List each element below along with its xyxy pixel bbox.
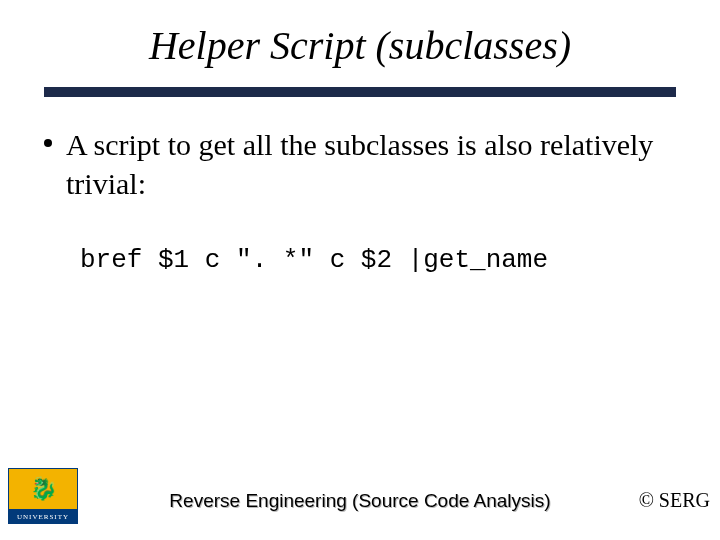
copyright-text: © SERG bbox=[639, 489, 710, 512]
slide: { "title": "Helper Script (subclasses)",… bbox=[0, 0, 720, 540]
bullet-item: A script to get all the subclasses is al… bbox=[44, 125, 676, 203]
code-snippet: bref $1 c ". *" c $2 |get_name bbox=[80, 245, 676, 275]
bullet-text: A script to get all the subclasses is al… bbox=[66, 125, 676, 203]
footer-title: Reverse Engineering (Source Code Analysi… bbox=[0, 490, 720, 512]
slide-title: Helper Script (subclasses) bbox=[0, 22, 720, 69]
logo-caption: UNIVERSITY bbox=[8, 510, 78, 524]
slide-body: A script to get all the subclasses is al… bbox=[0, 97, 720, 275]
bullet-marker bbox=[44, 139, 52, 147]
title-underline bbox=[44, 87, 676, 97]
title-area: Helper Script (subclasses) bbox=[0, 0, 720, 69]
slide-footer: 🐉 UNIVERSITY Reverse Engineering (Source… bbox=[0, 464, 720, 524]
